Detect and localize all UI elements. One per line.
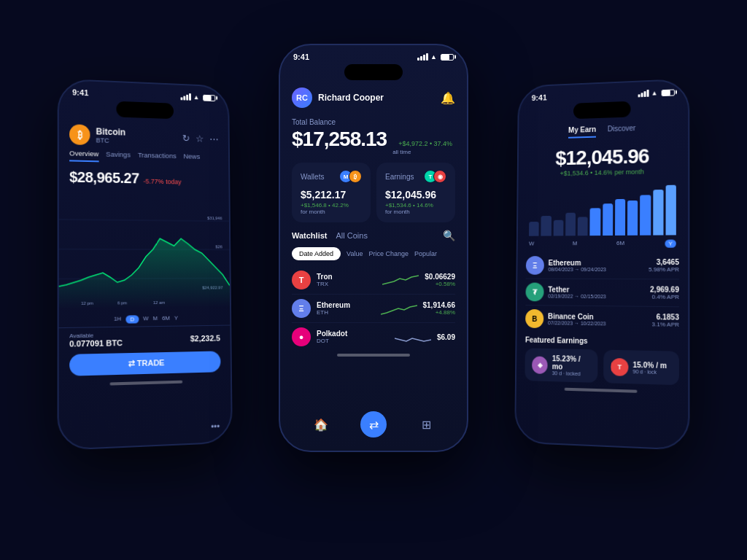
more-icon[interactable]: ⋯ <box>209 133 218 144</box>
filter-popular[interactable]: Popular <box>414 250 437 257</box>
coin-row-eth[interactable]: Ξ Ethereum ETH $1,914.66 +4.88% <box>292 295 455 323</box>
right-eth-name: Ethereum <box>549 259 649 267</box>
tron-sparkline <box>382 271 419 289</box>
header-actions: ↻ ☆ ⋯ <box>182 133 219 144</box>
bar-6 <box>590 208 600 236</box>
wallets-card: Wallets M ₿ $5,212.17 +$1,546.8 • 42.2% … <box>292 163 371 222</box>
search-icon[interactable]: 🔍 <box>443 230 455 241</box>
right-coin-bnb[interactable]: B Binance Coin 07/22/2023 → 10/22/2023 6… <box>525 306 679 334</box>
period-1h[interactable]: 1H <box>114 316 121 324</box>
period-6m[interactable]: 6M <box>162 315 170 323</box>
coin-row-tron[interactable]: T Tron TRX $0.06629 +0.58% <box>292 266 455 295</box>
trade-button[interactable]: ⇄ TRADE <box>69 351 220 376</box>
tab-watchlist[interactable]: Watchlist <box>292 231 328 240</box>
total-balance-label: Total Balance <box>292 118 455 126</box>
left-price-section: $28,965.27 -5.77% today <box>59 166 229 192</box>
btc-name: Bitcoin <box>96 126 125 137</box>
tab-all-coins[interactable]: All Coins <box>336 231 368 240</box>
earnings-icons: T ◉ <box>427 170 446 183</box>
bar-5 <box>578 217 588 236</box>
bar-3 <box>553 220 563 236</box>
featured-card-2[interactable]: T 15.0% / m 90 d · lock <box>603 350 679 386</box>
user-last-name: Cooper <box>351 93 384 103</box>
tron-price: $0.06629 +0.58% <box>425 273 455 287</box>
status-bar-center: 9:41 ▲ <box>280 45 467 64</box>
period-y[interactable]: Y <box>174 315 178 323</box>
time-left: 9:41 <box>72 88 88 97</box>
watchlist-header: Watchlist All Coins 🔍 <box>292 230 455 241</box>
tab-savings[interactable]: Savings <box>106 150 131 163</box>
right-bnb-info: Binance Coin 07/22/2023 → 10/22/2023 <box>548 312 652 327</box>
earn-amount: $12,045.96 <box>530 144 676 171</box>
more-options-btn[interactable]: ••• <box>211 421 220 432</box>
bottom-nav: 🏠 ⇄ ⊞ <box>280 404 467 443</box>
featured-card-1[interactable]: ◈ 15.23% / mo 30 d · locked <box>525 348 597 383</box>
period-m[interactable]: M <box>152 315 158 323</box>
period-y-right[interactable]: Y <box>665 240 676 248</box>
total-balance-value: $17,258.13 <box>292 128 387 151</box>
earn-value-section: $12,045.96 +$1,534.6 • 14.6% per month <box>519 141 689 182</box>
btc-price: $28,965.27 <box>69 168 139 187</box>
featured-icon-2: T <box>611 357 628 376</box>
phone-right: 9:41 ▲ My Earn Discover $1 <box>514 79 689 451</box>
grid-nav-icon[interactable]: ⊞ <box>413 411 439 438</box>
right-bnb-icon: B <box>525 309 543 328</box>
earnings-amount: $12,045.96 <box>385 189 446 201</box>
tab-discover[interactable]: Discover <box>608 124 636 137</box>
chart-svg: $31,946 $26 $24,922.97 12 pm 6 pm 12 am <box>59 190 230 308</box>
tab-my-earn[interactable]: My Earn <box>568 125 596 139</box>
tab-transactions[interactable]: Transactions <box>138 151 177 164</box>
right-usdt-date: 02/19/2022 → 02/15/2023 <box>548 294 650 300</box>
btc-ticker: BTC <box>96 136 126 144</box>
filter-value[interactable]: Value <box>347 250 363 257</box>
available-usd: $2,232.5 <box>190 333 220 343</box>
featured-duration-1: 30 d · locked <box>552 370 591 376</box>
refresh-icon[interactable]: ↻ <box>182 133 190 144</box>
right-usdt-info: Tether 02/19/2022 → 02/15/2023 <box>548 286 650 300</box>
dot-name: Polkadot <box>317 330 389 338</box>
signal-icon <box>181 93 191 101</box>
dynamic-island-left <box>116 101 174 119</box>
eth-ticker: ETH <box>317 309 375 316</box>
swap-nav-icon[interactable]: ⇄ <box>360 411 387 438</box>
tron-info: Tron TRX <box>317 273 376 287</box>
featured-info-1: 15.23% / mo 30 d · locked <box>552 354 591 376</box>
filter-date-added[interactable]: Date Added <box>292 247 341 260</box>
user-first-name: Richard <box>318 93 351 103</box>
right-eth-val: 3,6465 5.98% APR <box>649 258 679 273</box>
featured-cards-row: ◈ 15.23% / mo 30 d · locked T 15.0% / m … <box>525 348 678 385</box>
tron-icon: T <box>292 271 311 289</box>
period-6m-right[interactable]: 6M <box>616 240 624 248</box>
right-coin-usdt[interactable]: ₮ Tether 02/19/2022 → 02/15/2023 2,969.6… <box>525 279 679 308</box>
star-icon[interactable]: ☆ <box>196 133 204 144</box>
dynamic-island-center <box>344 64 403 80</box>
featured-rate-1: 15.23% / mo <box>552 354 591 371</box>
right-eth-date: 08/04/2023 → 09/24/2023 <box>549 267 649 272</box>
featured-earnings-section: Featured Earnings ◈ 15.23% / mo 30 d · l… <box>516 331 688 388</box>
svg-text:$26: $26 <box>216 244 223 249</box>
btc-header: ₿ Bitcoin BTC ↻ ☆ ⋯ <box>59 120 228 153</box>
available-btc: 0.077091 BTC <box>69 338 123 349</box>
dot-sparkline <box>395 328 431 346</box>
filter-price-change[interactable]: Price Change <box>368 250 409 257</box>
eth-name: Ethereum <box>317 301 375 309</box>
tron-name: Tron <box>317 273 376 281</box>
dot-price: $6.09 <box>437 333 455 341</box>
tab-news[interactable]: News <box>183 152 200 165</box>
right-bnb-val: 6.1853 3.1% APR <box>652 313 679 328</box>
tab-overview[interactable]: Overview <box>69 149 98 162</box>
period-w-right[interactable]: W <box>529 241 534 249</box>
period-d[interactable]: D <box>125 315 139 323</box>
coin-icon-red: ◉ <box>433 170 446 183</box>
phones-container: 9:41 ▲ ₿ Bitcoin <box>0 0 747 560</box>
period-w[interactable]: W <box>143 315 149 323</box>
coin-icon-orange: ₿ <box>349 170 362 183</box>
dot-ticker: DOT <box>317 338 389 344</box>
svg-text:12 pm: 12 pm <box>81 301 93 306</box>
right-coin-eth[interactable]: Ξ Ethereum 08/04/2023 → 09/24/2023 3,646… <box>526 252 679 280</box>
period-m-right[interactable]: M <box>573 240 578 248</box>
coin-row-dot[interactable]: ● Polkadot DOT $6.09 <box>292 323 455 351</box>
notification-icon[interactable]: 🔔 <box>441 91 455 105</box>
svg-text:6 pm: 6 pm <box>117 300 127 305</box>
home-nav-icon[interactable]: 🏠 <box>308 411 334 438</box>
